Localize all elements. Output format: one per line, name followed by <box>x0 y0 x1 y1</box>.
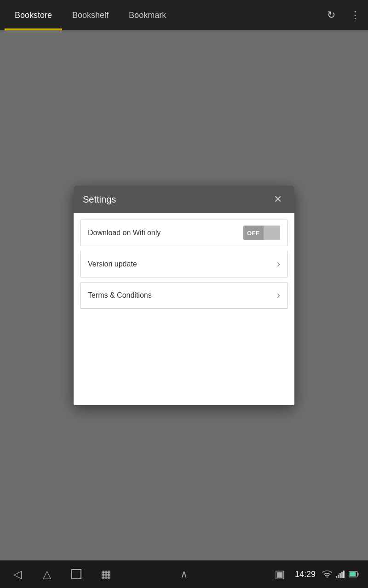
svg-rect-7 <box>350 572 356 577</box>
bottom-nav-right: ▣ 14:29 <box>272 566 359 582</box>
tab-bookmark-label: Bookmark <box>129 11 166 20</box>
qr-icon: ▦ <box>101 568 111 581</box>
svg-rect-2 <box>339 573 341 578</box>
terms-setting[interactable]: Terms & Conditions › <box>80 282 288 309</box>
top-navigation-bar: Bookstore Bookshelf Bookmark ↻ ⋮ <box>0 0 368 30</box>
toggle-thumb <box>264 226 280 240</box>
close-icon: ✕ <box>274 193 282 205</box>
home-button[interactable]: △ <box>39 566 55 582</box>
modal-body: Download on Wifi only OFF Version update… <box>74 213 294 405</box>
modal-title: Settings <box>83 194 116 205</box>
svg-rect-4 <box>343 571 345 578</box>
terms-label: Terms & Conditions <box>88 291 277 300</box>
tab-bookshelf[interactable]: Bookshelf <box>62 0 119 30</box>
svg-rect-1 <box>338 575 339 578</box>
back-icon: ◁ <box>13 568 22 581</box>
toggle-off-label: OFF <box>247 230 260 237</box>
signal-icon <box>336 571 345 578</box>
battery-icon <box>349 571 359 577</box>
more-options-button[interactable]: ⋮ <box>347 7 363 23</box>
svg-rect-6 <box>358 573 359 576</box>
settings-modal: Settings ✕ Download on Wifi only OFF <box>74 186 294 405</box>
svg-rect-0 <box>336 576 337 578</box>
bottom-center-button[interactable]: ∧ <box>176 566 192 582</box>
tab-bookstore-label: Bookstore <box>15 11 52 20</box>
top-bar-actions: ↻ ⋮ <box>323 7 363 23</box>
back-button[interactable]: ◁ <box>9 566 26 582</box>
refresh-button[interactable]: ↻ <box>323 7 339 23</box>
tab-bookshelf-label: Bookshelf <box>72 11 109 20</box>
recents-button[interactable] <box>68 566 85 582</box>
modal-close-button[interactable]: ✕ <box>270 192 285 207</box>
tab-bookmark[interactable]: Bookmark <box>119 0 176 30</box>
modal-header: Settings ✕ <box>74 186 294 213</box>
more-options-icon: ⋮ <box>350 9 360 21</box>
wifi-toggle[interactable]: OFF <box>243 226 280 240</box>
gallery-icon-button[interactable]: ▣ <box>272 566 288 582</box>
qr-button[interactable]: ▦ <box>98 566 114 582</box>
version-update-setting[interactable]: Version update › <box>80 251 288 277</box>
wifi-only-setting[interactable]: Download on Wifi only OFF <box>80 220 288 246</box>
home-icon: △ <box>43 568 51 581</box>
modal-overlay: Settings ✕ Download on Wifi only OFF <box>0 30 368 560</box>
wifi-icon <box>322 571 332 578</box>
refresh-icon: ↻ <box>327 9 335 21</box>
nav-tabs: Bookstore Bookshelf Bookmark <box>5 0 323 30</box>
version-update-label: Version update <box>88 260 277 268</box>
bottom-nav-left: ◁ △ ▦ <box>9 566 114 582</box>
wifi-only-label: Download on Wifi only <box>88 229 243 237</box>
status-time: 14:29 <box>295 570 316 579</box>
svg-rect-3 <box>341 572 343 578</box>
status-icons <box>322 571 359 578</box>
toggle-track: OFF <box>243 226 280 240</box>
main-content: Settings ✕ Download on Wifi only OFF <box>0 30 368 560</box>
tab-bookstore[interactable]: Bookstore <box>5 0 62 30</box>
up-button[interactable]: ∧ <box>176 566 192 582</box>
recents-icon <box>71 569 81 579</box>
chevron-right-icon: › <box>277 258 280 270</box>
wifi-toggle-container[interactable]: OFF <box>243 226 280 240</box>
bottom-navigation-bar: ◁ △ ▦ ∧ ▣ 14:29 <box>0 560 368 588</box>
up-icon: ∧ <box>180 568 188 580</box>
gallery-icon: ▣ <box>275 568 285 581</box>
chevron-right-icon: › <box>277 289 280 301</box>
